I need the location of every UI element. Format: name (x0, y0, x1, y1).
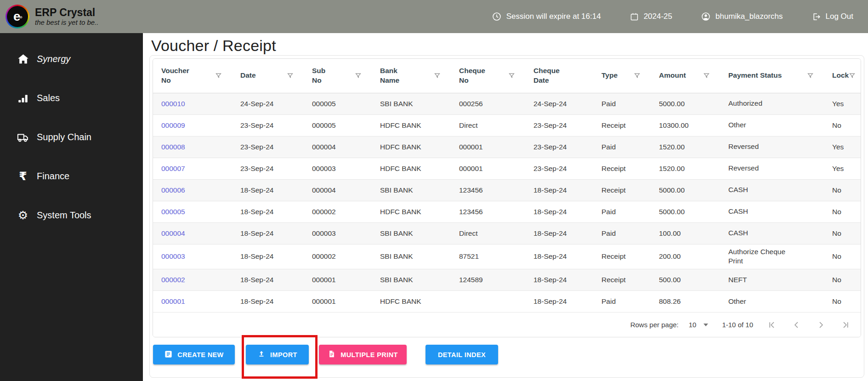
cell: Receipt (593, 179, 651, 201)
filter-icon[interactable] (287, 72, 300, 79)
cell: 000001 (304, 291, 372, 313)
voucher-link[interactable]: 000002 (161, 276, 185, 284)
cell: SBI BANK (372, 222, 451, 244)
cell: 18-Sep-24 (232, 179, 304, 201)
filter-icon[interactable] (355, 72, 368, 79)
sidebar-item-synergy[interactable]: Synergy (0, 40, 143, 79)
user-menu[interactable]: bhumika_blazorchs (701, 11, 783, 22)
cell: HDFC BANK (372, 201, 451, 222)
multiple-print-button[interactable]: MULTIPLE PRINT (319, 345, 407, 364)
cell-voucher-no: 000004 (153, 222, 232, 244)
sidebar-item-system-tools[interactable]: ⚙ System Tools (0, 196, 143, 235)
cell: 18-Sep-24 (232, 201, 304, 222)
cell-voucher-no: 000010 (153, 93, 232, 114)
first-page-button[interactable] (767, 320, 776, 330)
filter-icon[interactable] (807, 72, 820, 79)
cell: 18-Sep-24 (525, 291, 593, 313)
previous-page-button[interactable] (792, 320, 801, 330)
voucher-link[interactable]: 000003 (161, 252, 185, 260)
cell: HDFC BANK (372, 114, 451, 136)
cell (451, 291, 525, 313)
cell: Yes (824, 158, 861, 179)
table-body: 00001024-Sep-24000005SBI BANK00025624-Se… (153, 93, 861, 313)
filter-icon[interactable] (434, 72, 447, 79)
cell: 23-Sep-24 (525, 114, 593, 136)
cell-voucher-no: 000005 (153, 201, 232, 222)
cell: 808.26 (651, 291, 720, 313)
calendar-icon (630, 12, 639, 22)
filter-icon[interactable] (634, 72, 647, 79)
brand: e» ERP Crystal the best is yet to be.. (6, 5, 98, 28)
cell: 000003 (304, 222, 372, 244)
cell: No (824, 179, 861, 201)
cell-voucher-no: 000003 (153, 244, 232, 269)
cell: CASH (720, 222, 824, 244)
column-header-type: Type (593, 59, 651, 93)
cell-voucher-no: 000009 (153, 114, 232, 136)
sidebar-item-supply-chain[interactable]: Supply Chain (0, 118, 143, 157)
create-new-button[interactable]: CREATE NEW (153, 345, 235, 364)
table-row: 00000723-Sep-24000003HDFC BANK00000123-S… (153, 158, 861, 179)
cell: Direct (451, 222, 525, 244)
voucher-link[interactable]: 000008 (161, 143, 185, 151)
cell: 5000.00 (651, 179, 720, 201)
cell: Paid (593, 222, 651, 244)
cell: HDFC BANK (372, 136, 451, 158)
cell: 000003 (304, 158, 372, 179)
voucher-link[interactable]: 000007 (161, 165, 185, 172)
voucher-link[interactable]: 000005 (161, 208, 185, 216)
filter-icon[interactable] (849, 72, 861, 79)
cell: 23-Sep-24 (232, 114, 304, 136)
cell: 18-Sep-24 (232, 244, 304, 269)
cell: 24-Sep-24 (232, 93, 304, 114)
cell: Authorize Cheque Print (720, 244, 824, 269)
table-row: 00000823-Sep-24000004HDFC BANK00000123-S… (153, 136, 861, 158)
logout-button[interactable]: Log Out (811, 12, 854, 22)
cell: 000005 (304, 93, 372, 114)
cell: Other (720, 114, 824, 136)
voucher-link[interactable]: 000001 (161, 297, 185, 305)
cell: 000001 (451, 136, 525, 158)
cell-voucher-no: 000002 (153, 269, 232, 291)
cell-voucher-no: 000001 (153, 291, 232, 313)
table-row: 00000923-Sep-24000005HDFC BANKDirect23-S… (153, 114, 861, 136)
import-button[interactable]: IMPORT (246, 345, 309, 364)
session-expiry: Session will expire at 16:14 (492, 11, 601, 22)
cell: Other (720, 291, 824, 313)
content-paper: Voucher No Date Sub No Bank N (149, 55, 864, 378)
fiscal-year-selector[interactable]: 2024-25 (630, 12, 672, 22)
table-row: 00000418-Sep-24000003SBI BANKDirect18-Se… (153, 222, 861, 244)
cell: No (824, 269, 861, 291)
next-page-button[interactable] (817, 320, 826, 330)
sidebar-item-sales[interactable]: Sales (0, 79, 143, 118)
sidebar-item-finance[interactable]: ₹ Finance (0, 157, 143, 196)
table-header-row: Voucher No Date Sub No Bank N (153, 59, 861, 93)
filter-icon[interactable] (215, 72, 228, 79)
voucher-link[interactable]: 000009 (161, 121, 185, 129)
cell-voucher-no: 000007 (153, 158, 232, 179)
filter-icon[interactable] (508, 72, 522, 79)
cell: 24-Sep-24 (525, 93, 593, 114)
chevron-down-icon (703, 324, 708, 326)
cell-voucher-no: 000006 (153, 179, 232, 201)
cell: 23-Sep-24 (525, 158, 593, 179)
cell: 1520.00 (651, 136, 720, 158)
filter-icon[interactable] (703, 72, 716, 79)
voucher-link[interactable]: 000004 (161, 229, 185, 237)
actions-row: CREATE NEW IMPORT (153, 345, 861, 364)
voucher-link[interactable]: 000010 (161, 100, 185, 108)
cell: HDFC BANK (372, 291, 451, 313)
last-page-button[interactable] (841, 320, 851, 330)
voucher-link[interactable]: 000006 (161, 186, 185, 194)
cell: 000001 (304, 269, 372, 291)
cell: 124589 (451, 269, 525, 291)
cell: 23-Sep-24 (232, 136, 304, 158)
column-header-date: Date (232, 59, 304, 93)
detail-index-button[interactable]: DETAIL INDEX (425, 345, 498, 364)
cell: 000005 (304, 114, 372, 136)
cell: Authorized (720, 93, 824, 114)
cell: SBI BANK (372, 179, 451, 201)
rows-per-page-select[interactable]: 10 (689, 321, 709, 329)
rows-per-page-label: Rows per page: (630, 321, 679, 329)
column-header-voucher-no: Voucher No (153, 59, 232, 93)
